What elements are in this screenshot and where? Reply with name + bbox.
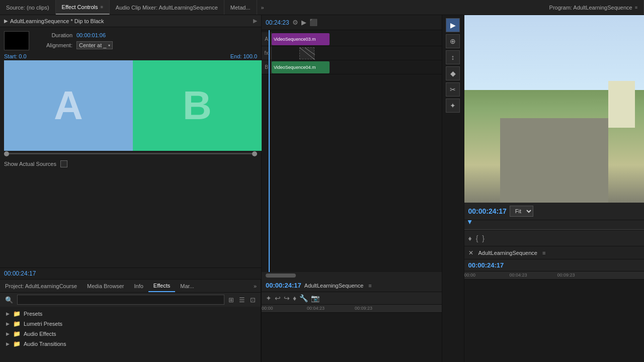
right-seq-tracks bbox=[464, 280, 645, 329]
seq-btn-back[interactable]: ↩ bbox=[275, 294, 281, 302]
right-side: 00:00:24:17 Fit ♦ { } ✕ AdultLearningSeq bbox=[464, 15, 645, 362]
ruler-mark-2: 00:09:23 bbox=[355, 306, 372, 311]
alignment-dropdown[interactable]: Center at _ ▾ bbox=[76, 41, 113, 49]
bottom-tab-media-browser[interactable]: Media Browser bbox=[82, 280, 129, 292]
right-seq-controls: 00:00:24:17 bbox=[464, 259, 645, 272]
main-layout: ▶ AdultLearningSequence * Dip to Black ▶… bbox=[0, 15, 644, 362]
timeline-play-icon[interactable]: ▶ bbox=[301, 19, 306, 26]
ruler-mark-1: 00:04:23 bbox=[307, 306, 325, 311]
tool-selection[interactable]: ▶ bbox=[446, 18, 460, 32]
tab-source[interactable]: Source: (no clips) bbox=[0, 0, 56, 15]
bottom-tab-info[interactable]: Info bbox=[129, 280, 148, 292]
right-seq-menu-icon[interactable]: ≡ bbox=[542, 250, 545, 256]
tab-program-monitor[interactable]: Program: AdultLearningSequence ≡ bbox=[543, 0, 644, 15]
playhead-line bbox=[269, 30, 270, 272]
audio-mixer-tab-label: Audio Clip Mixer: AdultLearningSequence bbox=[116, 5, 218, 11]
tool-diamond[interactable]: ◆ bbox=[446, 66, 460, 80]
bottom-tab-effects[interactable]: Effects bbox=[148, 280, 175, 292]
track-b-clip[interactable]: VideoSequence04.m bbox=[272, 61, 330, 73]
sequence-menu-icon[interactable]: ≡ bbox=[368, 283, 371, 289]
track-a-content[interactable]: VideoSequence03.m bbox=[272, 32, 442, 46]
monitor-btn-right-bracket[interactable]: } bbox=[482, 234, 485, 242]
transition-slider-row bbox=[4, 153, 257, 154]
alignment-value: Center at _ bbox=[79, 42, 106, 48]
bottom-tab-bar: Project: AdultLearningCourse Media Brows… bbox=[0, 280, 261, 293]
monitor-timeline-bar[interactable] bbox=[464, 220, 645, 230]
tree-item-audio-effects[interactable]: ▶ 📁 Audio Effects bbox=[0, 329, 261, 339]
effect-preview-row: Duration 00:00:01:06 Alignment: Center a… bbox=[4, 31, 257, 50]
program-monitor-menu-icon[interactable]: ≡ bbox=[635, 5, 637, 10]
monitor-btn-marker[interactable]: ♦ bbox=[468, 234, 472, 242]
seq-btn-wrench[interactable]: 🔧 bbox=[299, 294, 308, 302]
effect-params: Duration 00:00:01:06 Alignment: Center a… bbox=[37, 32, 113, 49]
ab-header: Start: 0.0 End: 100.0 bbox=[4, 53, 257, 59]
monitor-controls: 00:00:24:17 Fit bbox=[464, 203, 645, 220]
effects-search-input[interactable] bbox=[17, 295, 224, 305]
tool-cut[interactable]: ✂ bbox=[446, 82, 460, 97]
timeline-header: 00:24:23 ⚙ ▶ ⬛ bbox=[262, 15, 442, 30]
effects-search-bar: 🔍 ⊞ ☰ ⊡ bbox=[0, 293, 261, 307]
center-main: 00:24:23 ⚙ ▶ ⬛ A VideoSequence03.m bbox=[262, 15, 442, 362]
right-ruler-mark-0: 00:00 bbox=[464, 273, 476, 278]
right-seq-ruler: 00:00 00:04:23 00:09:23 bbox=[464, 272, 645, 280]
transition-slider-track[interactable] bbox=[4, 153, 257, 154]
tree-item-lumetri-presets[interactable]: ▶ 📁 Lumetri Presets bbox=[0, 319, 261, 329]
bottom-tab-markers[interactable]: Mar... bbox=[175, 280, 199, 292]
slider-right-handle[interactable] bbox=[252, 151, 257, 156]
monitor-fit-select[interactable]: Fit bbox=[510, 206, 533, 217]
tree-item-presets[interactable]: ▶ 📁 Presets bbox=[0, 309, 261, 319]
duration-value[interactable]: 00:00:01:06 bbox=[76, 32, 106, 38]
right-ruler-mark-1: 00:04:23 bbox=[510, 273, 527, 278]
list-view-icon[interactable]: ☰ bbox=[238, 295, 246, 305]
folder-icon-lumetri: 📁 bbox=[13, 320, 21, 327]
fx-clip-area[interactable] bbox=[299, 47, 314, 59]
new-bin-icon[interactable]: ⊞ bbox=[227, 295, 235, 305]
tree-item-audio-transitions[interactable]: ▶ 📁 Audio Transitions bbox=[0, 339, 261, 349]
seq-btn-camera[interactable]: 📷 bbox=[311, 294, 319, 302]
timeline-filter-icon[interactable]: ⚙ bbox=[292, 19, 298, 26]
monitor-timecode: 00:00:24:17 bbox=[468, 207, 507, 215]
timecode-value: 00:00:24:17 bbox=[4, 270, 36, 277]
seq-btn-selection[interactable]: ✦ bbox=[266, 294, 272, 302]
monitor-btn-left-bracket[interactable]: { bbox=[476, 234, 478, 242]
close-seq-icon[interactable]: ✕ bbox=[468, 249, 473, 256]
sequence-timecode: 00:00:24:17 bbox=[266, 282, 301, 289]
track-b-content[interactable]: VideoSequence04.m bbox=[272, 60, 442, 74]
track-fx-content[interactable] bbox=[272, 46, 442, 60]
ab-a-panel: A bbox=[4, 60, 133, 151]
track-a-clip[interactable]: VideoSequence03.m bbox=[272, 33, 330, 45]
timeline-scroll-area[interactable] bbox=[262, 272, 442, 279]
effect-controls-menu-icon[interactable]: ≡ bbox=[101, 5, 103, 10]
tool-star[interactable]: ✦ bbox=[446, 99, 460, 113]
show-actual-sources-checkbox[interactable] bbox=[60, 160, 67, 167]
monitor-playhead[interactable] bbox=[468, 220, 472, 224]
seq-btn-forward[interactable]: ↪ bbox=[284, 294, 290, 302]
track-fx: fx bbox=[262, 46, 442, 60]
expand-arrow-presets: ▶ bbox=[6, 311, 10, 316]
tree-label-audio-effects: Audio Effects bbox=[24, 331, 56, 337]
folder-icon-audio-effects: 📁 bbox=[13, 330, 21, 337]
right-ruler-mark-2: 00:09:23 bbox=[557, 273, 575, 278]
timeline-export-icon[interactable]: ⬛ bbox=[309, 19, 317, 26]
folder-icon-presets: 📁 bbox=[13, 310, 21, 317]
timeline-scroll-thumb[interactable] bbox=[266, 274, 296, 278]
source-tab-label: Source: (no clips) bbox=[6, 5, 49, 11]
play-button[interactable]: ▶ bbox=[4, 18, 8, 24]
tool-move[interactable]: ↕ bbox=[446, 50, 460, 64]
monitor-video-area bbox=[464, 15, 645, 203]
bottom-tab-overflow[interactable]: » bbox=[250, 283, 261, 289]
slider-left-handle[interactable] bbox=[4, 151, 9, 156]
track-b-label: B bbox=[262, 60, 272, 74]
bottom-tab-project[interactable]: Project: AdultLearningCourse bbox=[0, 280, 82, 292]
tab-metadata[interactable]: Metad... bbox=[224, 0, 257, 15]
seq-btn-marker[interactable]: ♦ bbox=[293, 294, 296, 302]
tool-zoom-in[interactable]: ⊕ bbox=[446, 34, 460, 48]
search-icon[interactable]: 🔍 bbox=[4, 295, 14, 305]
tab-audio-clip-mixer[interactable]: Audio Clip Mixer: AdultLearningSequence bbox=[110, 0, 224, 15]
sequence-expand-btn[interactable]: ▶ bbox=[253, 18, 257, 24]
tab-overflow-btn[interactable]: » bbox=[257, 5, 268, 11]
right-seq-header: ✕ AdultLearningSequence ≡ bbox=[464, 246, 645, 259]
icon-view-icon[interactable]: ⊡ bbox=[249, 295, 257, 305]
tab-effect-controls[interactable]: Effect Controls ≡ bbox=[56, 0, 110, 15]
effect-controls-panel: ▶ AdultLearningSequence * Dip to Black ▶… bbox=[0, 15, 262, 362]
